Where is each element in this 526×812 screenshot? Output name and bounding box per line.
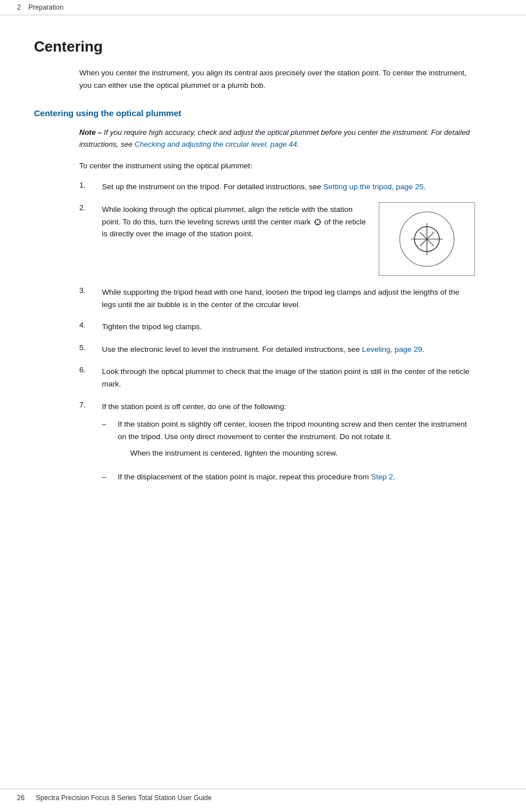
- step-1-text: Set up the instrument on the tripod. For…: [102, 182, 323, 191]
- sub-step-1-content: If the station point is slightly off cen…: [118, 418, 475, 463]
- page-header: 2 Preparation: [0, 0, 526, 15]
- step-1-num: 1.: [79, 181, 96, 189]
- note-label: Note –: [79, 128, 102, 137]
- note-block: Note – If you require high accuracy, che…: [79, 127, 475, 151]
- sub-step-2-text: If the displacement of the station point…: [118, 473, 371, 481]
- optical-plummet-diagram: [379, 202, 475, 276]
- sub-step-2-link[interactable]: Step 2: [371, 473, 393, 481]
- step-5-text: Use the electronic level to level the in…: [102, 345, 362, 354]
- step-6: 6. Look through the optical plummet to c…: [79, 365, 475, 390]
- when-centered-text: When the instrument is centered, tighten…: [130, 447, 475, 460]
- step-1-text-after: .: [424, 182, 426, 191]
- sub-step-2: – If the displacement of the station poi…: [102, 471, 475, 483]
- step-2-num: 2.: [79, 203, 96, 212]
- to-center-text: To center the instrument using the optic…: [79, 160, 492, 172]
- step-5-text-after: .: [422, 345, 425, 354]
- step-6-num: 6.: [79, 365, 96, 374]
- step-6-content: Look through the optical plummet to chec…: [102, 365, 475, 390]
- sub-step-1-dash: –: [102, 418, 114, 431]
- sub-step-2-dash: –: [102, 471, 114, 483]
- step-3-content: While supporting the tripod head with on…: [102, 286, 475, 311]
- step-4: 4. Tighten the tripod leg clamps.: [79, 321, 475, 333]
- page-footer: 26 Spectra Precision Focus 8 Series Tota…: [0, 789, 526, 802]
- sub-step-2-text-after: .: [393, 473, 395, 481]
- sub-step-1: – If the station point is slightly off c…: [102, 418, 475, 463]
- header-chapter-name: Preparation: [28, 3, 63, 11]
- step-5: 5. Use the electronic level to level the…: [79, 343, 475, 356]
- step-4-num: 4.: [79, 321, 96, 329]
- sub-step-1-text: If the station point is slightly off cen…: [118, 420, 467, 441]
- step-5-content: Use the electronic level to level the in…: [102, 343, 475, 356]
- step-1: 1. Set up the instrument on the tripod. …: [79, 181, 475, 193]
- circle-diagram-svg: [390, 208, 464, 270]
- header-chapter-sep: [21, 3, 28, 11]
- note-text-after: .: [297, 140, 299, 148]
- step-4-content: Tighten the tripod leg clamps.: [102, 321, 475, 333]
- step-1-link[interactable]: Setting up the tripod, page 25: [323, 182, 424, 191]
- step-7-num: 7.: [79, 401, 96, 409]
- footer-page-num: 26: [17, 794, 24, 802]
- note-link[interactable]: Checking and adjusting the circular leve…: [135, 140, 297, 148]
- footer-book-title: Spectra Precision Focus 8 Series Total S…: [36, 794, 212, 802]
- step-5-link[interactable]: Leveling, page 29: [362, 345, 422, 354]
- step-7-text: If the station point is off center, do o…: [102, 402, 286, 411]
- sub-step-2-content: If the displacement of the station point…: [118, 471, 395, 483]
- page-title: Centering: [34, 38, 492, 56]
- step-6-text: Look through the optical plummet to chec…: [102, 367, 469, 388]
- step-2: 2. While looking through the optical plu…: [79, 203, 475, 276]
- sub-steps-list: – If the station point is slightly off c…: [102, 418, 475, 483]
- header-chapter-num: 2: [17, 3, 21, 11]
- step-3: 3. While supporting the tripod head with…: [79, 286, 475, 311]
- step-7: 7. If the station point is off center, d…: [79, 401, 475, 491]
- steps-list: 1. Set up the instrument on the tripod. …: [79, 181, 475, 491]
- page-container: 2 Preparation Centering When you center …: [0, 0, 526, 812]
- subsection-title: Centering using the optical plummet: [34, 108, 492, 118]
- step-7-content: If the station point is off center, do o…: [102, 401, 475, 491]
- intro-text: When you center the instrument, you alig…: [79, 67, 475, 91]
- step-4-text: Tighten the tripod leg clamps.: [102, 322, 202, 331]
- step-1-content: Set up the instrument on the tripod. For…: [102, 181, 475, 193]
- leveling-mark-icon: [314, 218, 322, 226]
- step-5-num: 5.: [79, 343, 96, 352]
- main-content: Centering When you center the instrument…: [0, 15, 526, 535]
- step-2-content: While looking through the optical plumme…: [102, 203, 475, 276]
- step-3-text: While supporting the tripod head with on…: [102, 288, 459, 309]
- step-2-text-block: While looking through the optical plumme…: [102, 203, 370, 240]
- step-3-num: 3.: [79, 286, 96, 295]
